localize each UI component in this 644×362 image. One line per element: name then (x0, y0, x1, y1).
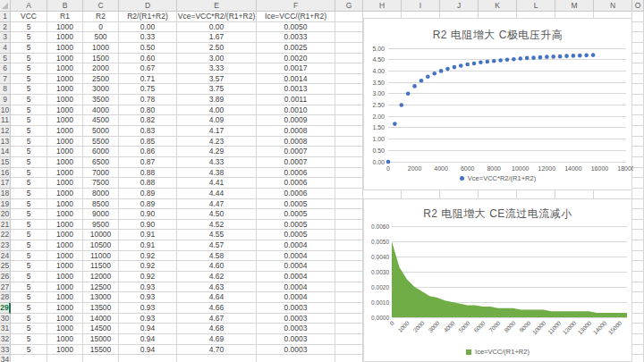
cell-A11[interactable]: 5 (11, 115, 47, 126)
cell-G17[interactable] (335, 178, 363, 189)
cell-B24[interactable]: 1000 (47, 251, 83, 262)
cell-F11[interactable]: 0.0009 (257, 115, 335, 126)
cell-O22[interactable] (632, 230, 644, 240)
cell-G31[interactable] (335, 324, 363, 334)
cell-D13[interactable]: 0.85 (119, 137, 177, 147)
cell-E25[interactable]: 4.60 (177, 261, 257, 272)
cell-F24[interactable]: 0.0004 (257, 251, 335, 262)
cell-E27[interactable]: 4.63 (177, 282, 257, 293)
cell-C2[interactable]: 0 (83, 22, 119, 33)
row-header-31[interactable]: 31 (0, 324, 11, 334)
cell-D4[interactable]: 0.50 (119, 43, 177, 54)
cell-C14[interactable]: 6000 (83, 147, 119, 157)
cell-O3[interactable] (632, 32, 644, 43)
cell-O14[interactable] (632, 147, 644, 157)
cell-E5[interactable]: 3.00 (177, 54, 257, 64)
row-header-8[interactable]: 8 (0, 84, 11, 95)
cell-A28[interactable]: 5 (11, 292, 47, 303)
cell-O2[interactable] (632, 22, 644, 33)
cell-C19[interactable]: 8500 (83, 199, 119, 210)
row-header-7[interactable]: 7 (0, 74, 11, 85)
cell-F21[interactable]: 0.0005 (257, 220, 335, 231)
cell-O34[interactable] (632, 355, 644, 362)
cell-D11[interactable]: 0.82 (119, 115, 177, 126)
cell-B4[interactable]: 1000 (47, 43, 83, 54)
row-header-21[interactable]: 21 (0, 220, 11, 231)
cell-A12[interactable]: 5 (11, 126, 47, 137)
cell-E7[interactable]: 3.57 (177, 74, 257, 85)
cell-E30[interactable]: 4.67 (177, 314, 257, 324)
cell-G14[interactable] (335, 147, 363, 157)
chart-ice-area[interactable]: R2 电阻增大 CE流过电流减小 0.00000.00100.00200.003… (363, 198, 632, 362)
cell-B15[interactable]: 1000 (47, 157, 83, 168)
cell-D20[interactable]: 0.90 (119, 209, 177, 220)
cell-D14[interactable]: 0.86 (119, 147, 177, 157)
cell-G27[interactable] (335, 282, 363, 293)
cell-A15[interactable]: 5 (11, 157, 47, 168)
cell-O26[interactable] (632, 272, 644, 282)
cell-A7[interactable]: 5 (11, 74, 47, 85)
cell-O15[interactable] (632, 157, 644, 168)
cell-B30[interactable]: 1000 (47, 314, 83, 324)
cell-B12[interactable]: 1000 (47, 126, 83, 137)
cell-B26[interactable]: 1000 (47, 272, 83, 282)
cell-G10[interactable] (335, 105, 363, 116)
cell-F31[interactable]: 0.0003 (257, 324, 335, 334)
cell-C10[interactable]: 4000 (83, 105, 119, 116)
cell-G25[interactable] (335, 261, 363, 272)
cell-G24[interactable] (335, 251, 363, 262)
cell-D22[interactable]: 0.91 (119, 230, 177, 240)
cell-A23[interactable]: 5 (11, 240, 47, 251)
cell-G18[interactable] (335, 189, 363, 199)
cell-B21[interactable]: 1000 (47, 220, 83, 231)
cell-C9[interactable]: 3500 (83, 95, 119, 105)
cell-O16[interactable] (632, 168, 644, 179)
cell-B32[interactable]: 1000 (47, 334, 83, 345)
cell-C12[interactable]: 5000 (83, 126, 119, 137)
cell-A19[interactable]: 5 (11, 199, 47, 210)
cell-F5[interactable]: 0.0020 (257, 54, 335, 64)
cell-B9[interactable]: 1000 (47, 95, 83, 105)
cell-F15[interactable]: 0.0007 (257, 157, 335, 168)
cell-A6[interactable]: 5 (11, 63, 47, 74)
cell-O29[interactable] (632, 303, 644, 314)
row-header-32[interactable]: 32 (0, 334, 11, 345)
column-header-K[interactable]: K (479, 0, 517, 12)
column-header-G[interactable]: G (335, 0, 363, 12)
cell-F7[interactable]: 0.0014 (257, 74, 335, 85)
cell-B2[interactable]: 1000 (47, 22, 83, 33)
cell-F18[interactable]: 0.0006 (257, 189, 335, 199)
cell-D26[interactable]: 0.92 (119, 272, 177, 282)
cell-D34[interactable] (119, 355, 177, 362)
cell-G13[interactable] (335, 137, 363, 147)
cell-C34[interactable] (83, 355, 119, 362)
cell-E6[interactable]: 3.33 (177, 63, 257, 74)
cell-G19[interactable] (335, 199, 363, 210)
cell-E14[interactable]: 4.29 (177, 147, 257, 157)
cell-A32[interactable]: 5 (11, 334, 47, 345)
row-header-27[interactable]: 27 (0, 282, 11, 293)
cell-A34[interactable] (11, 355, 47, 362)
row-header-11[interactable]: 11 (0, 115, 11, 126)
cell-D10[interactable]: 0.80 (119, 105, 177, 116)
cell-G1[interactable] (335, 12, 363, 22)
cell-E18[interactable]: 4.44 (177, 189, 257, 199)
cell-O7[interactable] (632, 74, 644, 85)
cell-F6[interactable]: 0.0017 (257, 63, 335, 74)
cell-E16[interactable]: 4.38 (177, 168, 257, 179)
cell-A3[interactable]: 5 (11, 32, 47, 43)
cell-B17[interactable]: 1000 (47, 178, 83, 189)
row-header-33[interactable]: 33 (0, 345, 11, 356)
cell-B13[interactable]: 1000 (47, 137, 83, 147)
cell-B11[interactable]: 1000 (47, 115, 83, 126)
cell-G16[interactable] (335, 168, 363, 179)
cell-O6[interactable] (632, 63, 644, 74)
cell-G15[interactable] (335, 157, 363, 168)
column-header-C[interactable]: C (83, 0, 119, 12)
column-header-N[interactable]: N (594, 0, 632, 12)
cell-E31[interactable]: 4.68 (177, 324, 257, 334)
cell-B33[interactable]: 1000 (47, 345, 83, 356)
cell-A5[interactable]: 5 (11, 54, 47, 64)
cell-A33[interactable]: 5 (11, 345, 47, 356)
cell-F27[interactable]: 0.0004 (257, 282, 335, 293)
